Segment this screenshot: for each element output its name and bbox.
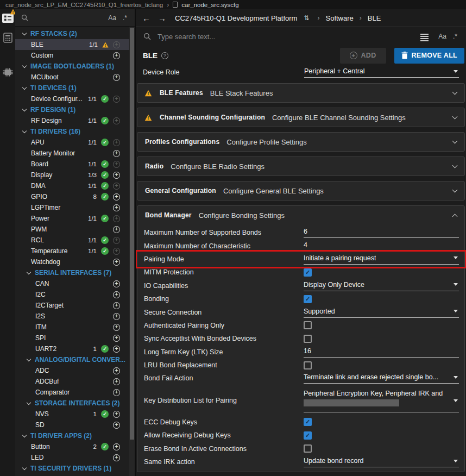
tree-module[interactable]: I2CTarget <box>15 300 135 311</box>
tree-category[interactable]: SERIAL INTERFACES (7) <box>15 267 135 278</box>
add-module-button[interactable] <box>113 367 120 374</box>
add-module-button[interactable] <box>113 324 120 331</box>
filter-icon[interactable] <box>420 36 429 37</box>
tree-module[interactable]: UART2 1 <box>15 343 135 354</box>
match-case-icon[interactable]: Aa <box>438 33 446 40</box>
add-module-button[interactable] <box>113 346 120 353</box>
tree-module[interactable]: RF Design 1/1 <box>15 115 135 126</box>
tree-category[interactable]: RF STACKS (2) <box>15 28 135 39</box>
add-module-button[interactable] <box>113 139 120 146</box>
checkbox[interactable] <box>304 335 312 343</box>
checkbox[interactable] <box>304 361 312 369</box>
breadcrumb-device[interactable]: CC2745R10-Q1 Development Platform <box>175 14 297 22</box>
section-header[interactable]: Radio Configure BLE Radio Settings <box>137 157 464 176</box>
activity-board-tab[interactable] <box>1 32 14 43</box>
tree-module[interactable]: Power 1/1 <box>15 213 135 224</box>
tree-module[interactable]: I2C <box>15 289 135 300</box>
checkbox[interactable] <box>304 268 312 277</box>
tree-module[interactable]: ADC <box>15 365 135 376</box>
device-role-select[interactable]: Peripheral + Central <box>304 67 459 78</box>
tree-module[interactable]: APU 1/1 <box>15 137 135 148</box>
add-module-button[interactable] <box>113 172 120 179</box>
text-input[interactable]: 6 <box>304 227 459 238</box>
add-module-button[interactable] <box>113 150 120 157</box>
select-input[interactable]: Initiate a pairing request <box>304 254 459 265</box>
tree-module[interactable]: I2S <box>15 311 135 322</box>
add-module-button[interactable] <box>113 335 120 342</box>
tree-module[interactable]: Device Configur... 1/1 <box>15 93 135 104</box>
tree-module[interactable]: NVS 1 <box>15 409 135 419</box>
text-input[interactable]: 4 <box>304 241 459 252</box>
section-header[interactable]: Profiles Configurations Configure Profil… <box>137 133 464 151</box>
tree-category[interactable]: CRYPTO DRIVERS (10) <box>15 474 135 476</box>
help-icon[interactable]: ? <box>161 52 168 59</box>
tree-module[interactable]: LED <box>15 452 135 463</box>
breadcrumb-ble[interactable]: BLE <box>368 14 381 22</box>
remove-all-button[interactable]: REMOVE ALL <box>394 48 464 64</box>
add-module-button[interactable] <box>113 41 120 48</box>
add-module-button[interactable] <box>113 378 120 385</box>
select-input[interactable]: Update bond record <box>304 456 459 467</box>
tree-module[interactable]: Battery Monitor <box>15 148 135 159</box>
add-module-button[interactable] <box>113 248 120 255</box>
add-module-button[interactable] <box>113 215 120 222</box>
tree-module[interactable]: PWM <box>15 224 135 235</box>
tree-module[interactable]: Temperature 1/1 <box>15 246 135 256</box>
add-module-button[interactable] <box>113 389 120 396</box>
add-module-button[interactable] <box>113 96 120 103</box>
tree-category[interactable]: TI DRIVERS (16) <box>15 126 135 137</box>
add-module-button[interactable] <box>113 52 120 59</box>
tree-category[interactable]: RF DESIGN (1) <box>15 104 135 115</box>
nav-back-button[interactable]: ← <box>142 14 150 23</box>
tree-module[interactable]: Button 2 <box>15 441 135 452</box>
tree-category[interactable]: TI SECURITY DRIVERS (1) <box>15 463 135 474</box>
add-module-button[interactable] <box>113 183 120 190</box>
tree-module[interactable]: MCUboot <box>15 72 135 83</box>
add-module-button[interactable] <box>113 280 120 287</box>
multiselect-input[interactable]: Peripheral Encryption Key, Peripheral IR… <box>304 389 459 412</box>
add-module-button[interactable] <box>113 117 120 124</box>
tree-module[interactable]: SPI <box>15 333 135 343</box>
project-breadcrumb[interactable]: car_node_src_LP_EM_CC2745R10_Q1_freertos… <box>5 2 163 8</box>
tree-category[interactable]: STORAGE INTERFACES (2) <box>15 398 135 409</box>
checkbox[interactable] <box>304 444 312 453</box>
add-module-button[interactable] <box>113 454 120 461</box>
tree-category[interactable]: TI DRIVER APPS (2) <box>15 430 135 441</box>
checkbox[interactable] <box>304 431 312 440</box>
regex-icon[interactable]: .* <box>453 33 457 40</box>
section-header[interactable]: General Configuration Configure General … <box>137 181 464 200</box>
match-case-icon[interactable]: Aa <box>108 14 116 22</box>
add-module-button[interactable] <box>113 161 120 168</box>
activity-software-tab[interactable] <box>1 12 14 24</box>
tree-module[interactable]: ADCBuf <box>15 376 135 387</box>
file-tab[interactable]: car_node_src.syscfg <box>181 2 238 8</box>
checkbox[interactable] <box>304 321 312 329</box>
tree-module[interactable]: Custom <box>15 50 135 61</box>
add-button[interactable]: ADD <box>340 48 386 64</box>
add-module-button[interactable] <box>113 291 120 298</box>
select-input[interactable]: Terminate link and erase rejected single… <box>304 373 459 384</box>
config-search-input[interactable] <box>158 33 414 41</box>
add-module-button[interactable] <box>113 259 120 266</box>
add-module-button[interactable] <box>113 226 120 233</box>
text-input[interactable]: 16 <box>304 347 459 358</box>
add-module-button[interactable] <box>113 422 120 429</box>
tree-category[interactable]: TI DEVICES (1) <box>15 83 135 93</box>
tree-module[interactable]: Board 1/1 <box>15 159 135 170</box>
tree-module[interactable]: CAN <box>15 278 135 289</box>
tree-module[interactable]: SD <box>15 419 135 430</box>
add-module-button[interactable] <box>113 74 120 81</box>
add-module-button[interactable] <box>113 204 120 211</box>
select-input[interactable]: Display Only Device <box>304 280 459 291</box>
tree-category[interactable]: IMAGE BOOTLOADERS (1) <box>15 61 135 72</box>
select-input[interactable]: Supported <box>304 307 459 318</box>
scrollbar-thumb[interactable] <box>130 28 134 440</box>
checkbox[interactable] <box>304 295 312 303</box>
tree-module[interactable]: BLE 1/1 <box>15 39 135 50</box>
device-switcher-icon[interactable]: ⇅ <box>304 14 309 22</box>
tree-module[interactable]: LGPTimer <box>15 202 135 213</box>
add-module-button[interactable] <box>113 411 120 418</box>
add-module-button[interactable] <box>113 237 120 244</box>
tree-module[interactable]: DMA 1/1 <box>15 180 135 191</box>
tree-module[interactable]: Display 1/3 <box>15 170 135 180</box>
